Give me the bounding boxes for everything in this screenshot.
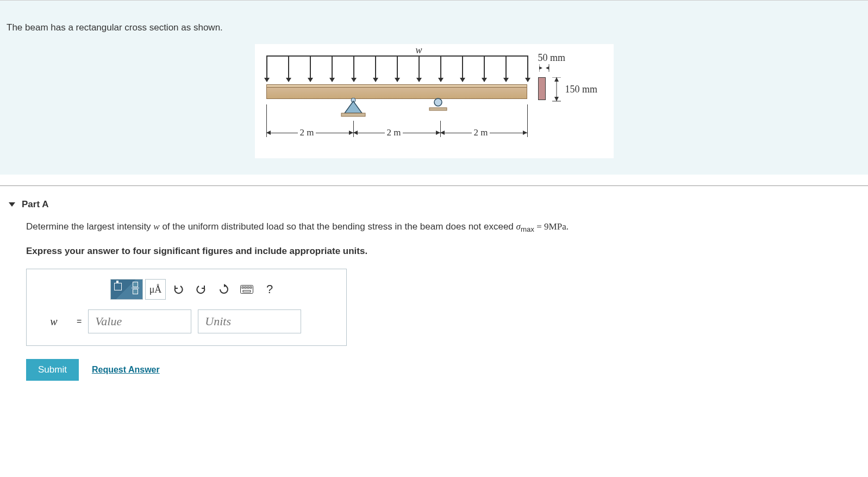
part-body: Determine the largest intensity w of the… (0, 220, 868, 402)
templates-button[interactable] (110, 279, 143, 300)
reset-button[interactable] (214, 279, 234, 300)
figure-container: w (7, 44, 861, 158)
undo-button[interactable] (168, 279, 189, 300)
keyboard-button[interactable] (236, 279, 257, 300)
span-1-label: 2 m (298, 127, 316, 138)
arrow-left-icon (440, 131, 445, 135)
span-3-label: 2 m (472, 127, 490, 138)
redo-button[interactable] (191, 279, 211, 300)
beam-side-face (266, 87, 527, 99)
svg-rect-11 (245, 287, 246, 288)
variable-label: w (38, 315, 70, 328)
chevron-down-icon (9, 202, 15, 207)
span-2-label: 2 m (385, 127, 403, 138)
pin-support-icon (340, 98, 366, 119)
answer-entry-box: μÅ ? w = (26, 269, 347, 346)
arrow-left-icon (353, 131, 358, 135)
arrow-left-icon (266, 131, 271, 135)
cross-section-height-label: 150 mm (565, 84, 598, 95)
svg-rect-3 (429, 108, 447, 110)
svg-rect-10 (242, 287, 243, 288)
units-input[interactable] (198, 309, 301, 333)
problem-intro-text: The beam has a rectangular cross section… (7, 22, 861, 33)
roller-support-icon (427, 98, 449, 116)
arrow-right-icon (436, 131, 440, 135)
part-header[interactable]: Part A (0, 186, 868, 220)
value-input[interactable] (88, 309, 191, 333)
load-label: w (416, 45, 422, 56)
arrow-right-icon (523, 131, 527, 135)
submit-row: Submit Request Answer (26, 359, 842, 381)
request-answer-link[interactable]: Request Answer (92, 365, 160, 375)
special-chars-button[interactable]: μÅ (145, 279, 166, 300)
help-button[interactable]: ? (259, 279, 280, 300)
dim-tick (527, 104, 528, 137)
svg-point-2 (434, 98, 442, 106)
answer-input-row: w = (38, 309, 335, 333)
equation-toolbar: μÅ ? (110, 279, 335, 300)
cross-section-width-label: 50 mm (538, 52, 566, 64)
part-title: Part A (22, 199, 48, 210)
svg-rect-14 (243, 290, 251, 292)
answer-instruction: Express your answer to four significant … (26, 246, 842, 257)
submit-button[interactable]: Submit (26, 359, 79, 381)
svg-rect-1 (341, 113, 365, 116)
problem-context-panel: The beam has a rectangular cross section… (0, 0, 868, 175)
svg-rect-12 (247, 287, 249, 288)
equals-sign: = (77, 317, 82, 326)
width-dim-arrows (539, 64, 561, 74)
cross-section-rect (538, 77, 546, 100)
svg-rect-13 (250, 287, 252, 288)
question-text: Determine the largest intensity w of the… (26, 220, 842, 235)
arrow-right-icon (349, 131, 353, 135)
beam-figure: w (255, 44, 614, 158)
